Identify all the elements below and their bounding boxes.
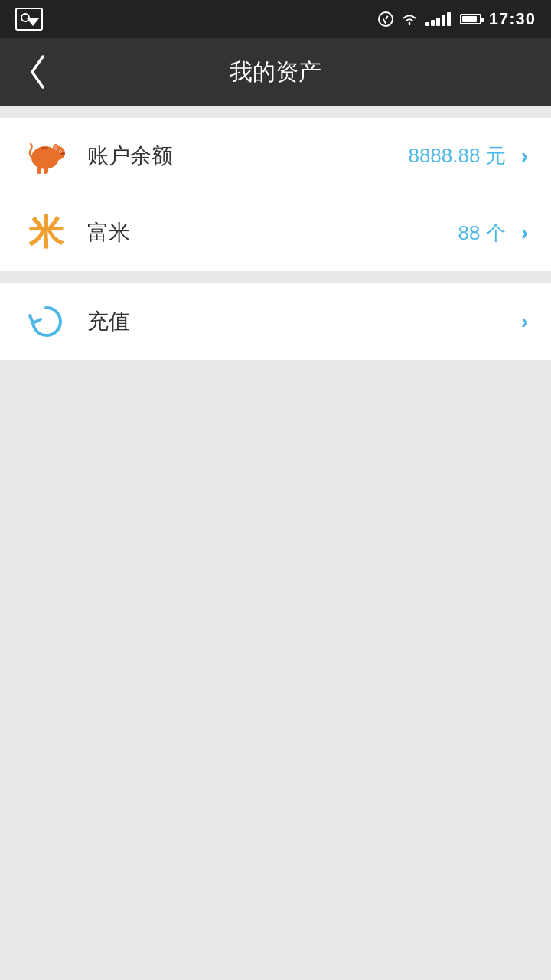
fumi-label: 富米 <box>87 218 458 247</box>
title-bar: 我的资产 <box>0 38 551 106</box>
status-time: 17:30 <box>489 9 536 29</box>
account-balance-chevron: › <box>521 144 528 168</box>
bottom-empty-area <box>0 360 551 980</box>
back-button[interactable] <box>18 53 57 91</box>
svg-point-7 <box>61 153 63 155</box>
fumi-value: 88 个 <box>458 220 506 247</box>
account-balance-row[interactable]: 账户余额 8888.88 元 › <box>0 118 551 194</box>
alarm-icon <box>378 11 393 27</box>
section-divider-top <box>0 106 551 118</box>
fumi-chevron: › <box>521 220 528 245</box>
list-section-main: 账户余额 8888.88 元 › 米 富米 88 个 › <box>0 118 551 271</box>
svg-point-3 <box>54 145 58 150</box>
list-section-recharge: 充值 › <box>0 283 551 360</box>
battery-icon <box>460 14 481 24</box>
status-bar: 17:30 <box>0 0 551 38</box>
svg-rect-11 <box>44 167 48 174</box>
svg-point-6 <box>60 152 65 155</box>
recharge-chevron: › <box>521 309 528 334</box>
fumi-row[interactable]: 米 富米 88 个 › <box>0 194 551 271</box>
section-divider-middle <box>0 271 551 283</box>
status-bar-right: 17:30 <box>378 9 536 29</box>
fumi-rice-icon: 米 <box>23 210 69 256</box>
wifi-icon <box>401 12 418 26</box>
svg-point-5 <box>60 151 61 152</box>
status-bar-left <box>15 8 43 31</box>
svg-rect-9 <box>41 147 48 149</box>
image-placeholder-icon <box>15 8 43 31</box>
account-balance-label: 账户余额 <box>87 142 408 171</box>
page-title: 我的资产 <box>230 57 321 88</box>
recharge-refresh-icon <box>23 299 69 345</box>
account-balance-value: 8888.88 元 <box>408 142 505 169</box>
recharge-row[interactable]: 充值 › <box>0 283 551 360</box>
signal-icon <box>425 12 451 26</box>
recharge-label: 充值 <box>87 307 521 336</box>
piggy-bank-icon <box>23 133 69 179</box>
svg-rect-10 <box>37 167 41 174</box>
svg-point-8 <box>63 153 64 155</box>
